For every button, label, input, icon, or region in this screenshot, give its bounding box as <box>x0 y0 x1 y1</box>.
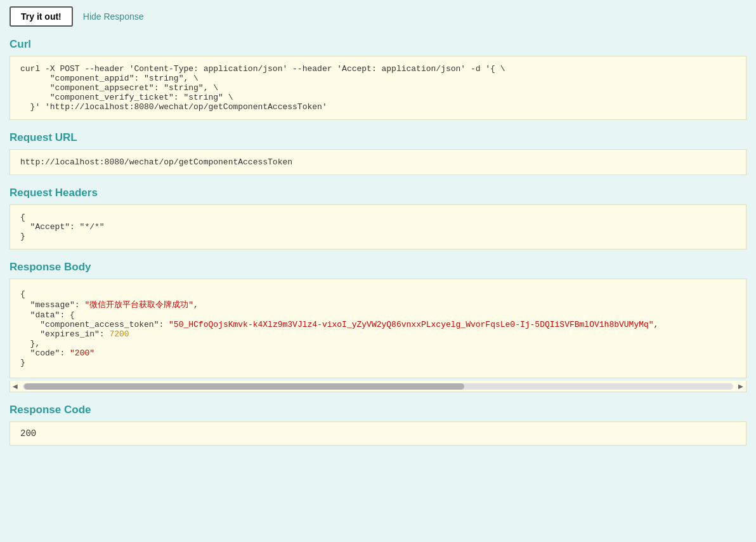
request-url-box: http://localhost:8080/wechat/op/getCompo… <box>10 149 746 175</box>
data-key: "data" <box>30 310 60 320</box>
request-headers-content: { "Accept": "*/*" } <box>20 213 105 241</box>
data-open-brace: { <box>70 310 75 320</box>
request-headers-box: { "Accept": "*/*" } <box>10 204 746 249</box>
message-value: "微信开放平台获取令牌成功" <box>84 300 193 310</box>
response-body-line-open: { <box>20 289 736 299</box>
response-body-line-close: } <box>20 358 736 367</box>
response-body-line-expires: "expires_in": 7200 <box>20 329 736 339</box>
scroll-left-icon[interactable]: ◀ <box>13 383 18 390</box>
curl-title: Curl <box>10 38 746 51</box>
try-it-button[interactable]: Try it out! <box>10 6 73 27</box>
response-body-line-code: "code": "200" <box>20 348 736 358</box>
response-body-line-data: "data": { <box>20 310 736 320</box>
response-body-title: Response Body <box>10 261 746 274</box>
code-value: "200" <box>70 348 94 358</box>
response-body-line-data-close: }, <box>20 339 736 348</box>
open-brace: { <box>20 289 25 299</box>
hide-response-link[interactable]: Hide Response <box>83 11 144 22</box>
response-code-section: Response Code 200 <box>10 404 746 446</box>
curl-code: curl -X POST --header 'Content-Type: app… <box>20 64 505 112</box>
request-url-title: Request URL <box>10 131 746 144</box>
request-headers-title: Request Headers <box>10 187 746 199</box>
curl-section: Curl curl -X POST --header 'Content-Type… <box>10 38 746 120</box>
request-url-section: Request URL http://localhost:8080/wechat… <box>10 131 746 175</box>
response-code-title: Response Code <box>10 404 746 416</box>
message-key: "message" <box>30 300 75 310</box>
scroll-right-icon[interactable]: ▶ <box>738 383 743 390</box>
response-code-value: 200 <box>20 428 36 439</box>
response-body-scrollbar[interactable]: ◀ ▶ <box>10 381 746 392</box>
response-body-box: { "message": "微信开放平台获取令牌成功", "data": { "… <box>10 279 746 378</box>
expires-in-value: 7200 <box>109 329 129 339</box>
expires-in-key: "expires_in" <box>40 329 100 339</box>
scrollbar-thumb[interactable] <box>24 383 464 390</box>
response-body-section: Response Body { "message": "微信开放平台获取令牌成功… <box>10 261 746 392</box>
scrollbar-track[interactable] <box>23 383 733 390</box>
code-key: "code" <box>30 348 60 358</box>
curl-code-box: curl -X POST --header 'Content-Type: app… <box>10 56 746 120</box>
response-body-line-token: "component_access_token": "50_HCfoQojsKm… <box>20 320 736 329</box>
request-url-value: http://localhost:8080/wechat/op/getCompo… <box>20 157 292 167</box>
top-bar: Try it out! Hide Response <box>10 6 746 27</box>
response-code-box: 200 <box>10 421 746 446</box>
data-close-brace: }, <box>30 339 41 348</box>
close-brace: } <box>20 358 25 367</box>
request-headers-section: Request Headers { "Accept": "*/*" } <box>10 187 746 249</box>
component-access-token-value: "50_HCfoQojsKmvk-k4Xlz9m3VJlz4-vixoI_yZy… <box>169 320 654 329</box>
component-access-token-key: "component_access_token" <box>40 320 159 329</box>
response-body-line-message: "message": "微信开放平台获取令牌成功", <box>20 299 736 310</box>
